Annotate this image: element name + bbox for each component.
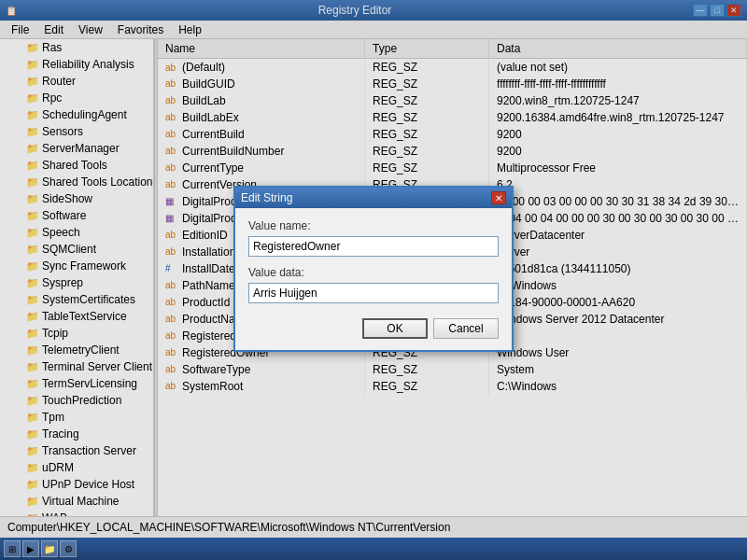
value-name-input[interactable] (248, 236, 499, 257)
value-name-label: Value name: (248, 219, 499, 232)
edit-string-dialog: Edit String ✕ Value name: Value data: OK… (233, 186, 514, 352)
dialog-buttons: OK Cancel (248, 318, 499, 339)
dialog-title-bar: Edit String ✕ (235, 188, 512, 208)
cancel-button[interactable]: Cancel (433, 318, 499, 339)
dialog-overlay: Edit String ✕ Value name: Value data: OK… (0, 0, 747, 538)
value-data-label: Value data: (248, 266, 499, 279)
taskbar-btn-1[interactable]: ▶ (22, 540, 39, 557)
ok-button[interactable]: OK (362, 318, 428, 339)
taskbar: ⊞ ▶ 📁 ⚙ (0, 538, 747, 560)
dialog-content: Value name: Value data: OK Cancel (235, 208, 512, 350)
taskbar-btn-3[interactable]: ⚙ (60, 540, 77, 557)
dialog-title: Edit String (241, 191, 292, 204)
dialog-close-button[interactable]: ✕ (491, 191, 506, 204)
taskbar-start[interactable]: ⊞ (4, 540, 21, 557)
value-data-input[interactable] (248, 283, 499, 303)
taskbar-btn-2[interactable]: 📁 (41, 540, 58, 557)
